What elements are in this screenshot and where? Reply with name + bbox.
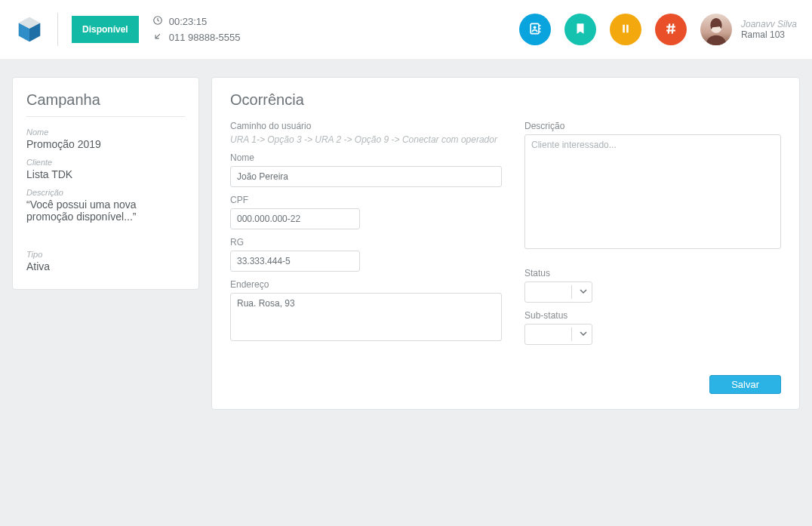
campaign-desc-value: “Você possui uma nova promoção disponíve… <box>26 198 185 223</box>
app-logo <box>15 15 44 44</box>
description-label: Descrição <box>524 121 781 131</box>
user-extension: Ramal 103 <box>741 29 797 40</box>
substatus-select[interactable] <box>524 324 592 345</box>
campaign-name-label: Nome <box>26 128 185 137</box>
cpf-input[interactable] <box>230 208 360 229</box>
availability-status-button[interactable]: Disponível <box>72 16 139 43</box>
svg-line-14 <box>669 23 670 33</box>
call-info: 00:23:15 011 98888-5555 <box>152 15 241 44</box>
occurrence-panel: Ocorrência Caminho do usuário URA 1-> Op… <box>211 77 800 410</box>
user-path-value: URA 1-> Opção 3 -> URA 2 -> Opção 9 -> C… <box>230 134 502 145</box>
incoming-call-icon <box>152 31 163 44</box>
rg-input[interactable] <box>230 251 360 272</box>
svg-point-6 <box>534 26 537 29</box>
hash-button[interactable] <box>655 14 687 45</box>
contacts-button[interactable] <box>519 14 551 45</box>
call-phone-number: 011 98888-5555 <box>169 32 241 43</box>
status-select[interactable] <box>524 281 592 303</box>
bookmark-icon <box>574 22 587 38</box>
chevron-down-icon <box>580 287 587 297</box>
svg-line-15 <box>672 23 674 33</box>
campaign-panel: Campanha Nome Promoção 2019 Cliente List… <box>12 77 199 290</box>
save-button[interactable]: Salvar <box>709 375 781 394</box>
app-header: Disponível 00:23:15 011 98888-5555 <box>0 0 812 59</box>
campaign-client-value: Lista TDK <box>26 168 185 180</box>
bookmark-button[interactable] <box>564 14 596 45</box>
header-divider <box>57 13 58 46</box>
user-path-label: Caminho do usuário <box>230 121 502 131</box>
avatar <box>700 14 732 45</box>
status-label: Status <box>524 268 781 278</box>
campaign-type-value: Ativa <box>26 260 185 272</box>
hash-icon <box>663 21 678 38</box>
pause-icon <box>619 22 632 38</box>
svg-rect-10 <box>623 24 625 32</box>
name-label: Nome <box>230 152 502 163</box>
rg-label: RG <box>230 237 502 248</box>
svg-rect-11 <box>626 24 629 32</box>
name-input[interactable] <box>230 166 502 187</box>
occurrence-title: Ocorrência <box>230 91 781 109</box>
campaign-client-label: Cliente <box>26 158 185 167</box>
chevron-down-icon <box>580 329 587 340</box>
campaign-type-label: Tipo <box>26 250 185 259</box>
pause-button[interactable] <box>610 14 641 45</box>
user-block[interactable]: Joanavv Silva Ramal 103 <box>700 14 797 45</box>
contacts-icon <box>527 21 543 38</box>
campaign-name-value: Promoção 2019 <box>26 138 185 150</box>
address-input[interactable] <box>230 293 502 341</box>
campaign-desc-label: Descrição <box>26 188 185 197</box>
campaign-title: Campanha <box>26 91 185 117</box>
clock-icon <box>152 15 163 28</box>
user-name: Joanavv Silva <box>741 19 797 29</box>
description-input[interactable] <box>524 134 781 249</box>
cpf-label: CPF <box>230 195 502 205</box>
substatus-label: Sub-status <box>524 310 781 321</box>
call-timer: 00:23:15 <box>169 16 208 27</box>
address-label: Endereço <box>230 279 502 290</box>
